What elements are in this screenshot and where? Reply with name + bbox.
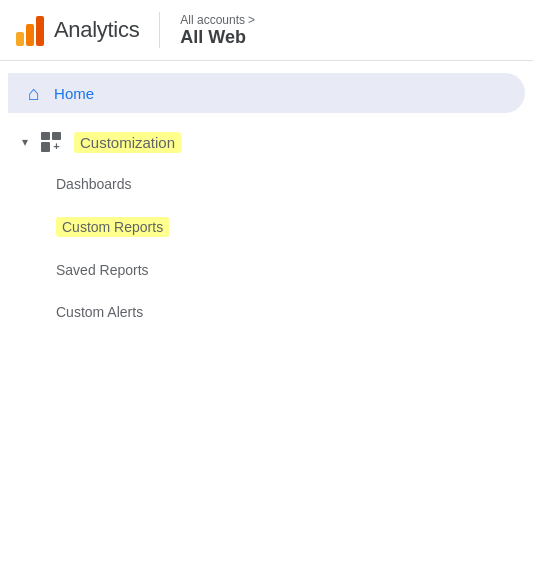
logo-bar-2 <box>26 24 34 46</box>
customization-icon: + <box>40 131 62 153</box>
home-label: Home <box>54 85 94 102</box>
all-accounts[interactable]: All accounts > <box>180 13 255 27</box>
app-title: Analytics <box>54 17 139 43</box>
chevron-icon: > <box>248 13 255 27</box>
grid-cell-2 <box>52 132 61 140</box>
grid-plus-icon: + <box>41 132 61 152</box>
plus-icon: + <box>53 141 59 152</box>
custom-alerts-label: Custom Alerts <box>56 304 143 320</box>
grid-cell-1 <box>41 132 50 140</box>
grid-cell-plus: + <box>52 142 61 152</box>
customization-label: Customization <box>74 132 181 153</box>
all-accounts-label: All accounts <box>180 13 245 27</box>
sidebar-item-saved-reports[interactable]: Saved Reports <box>56 249 533 291</box>
account-info: All accounts > All Web <box>180 13 255 48</box>
ga-logo <box>16 14 44 46</box>
logo-area: Analytics <box>16 14 139 46</box>
sidebar-item-home[interactable]: ⌂ Home <box>8 73 525 113</box>
dashboards-label: Dashboards <box>56 176 132 192</box>
customization-section: ▾ + Customization Dashboards Custom Repo… <box>0 121 533 333</box>
sidebar-item-custom-alerts[interactable]: Custom Alerts <box>56 291 533 333</box>
sidebar-item-dashboards[interactable]: Dashboards <box>56 163 533 205</box>
custom-reports-label: Custom Reports <box>56 217 169 237</box>
sidebar-item-custom-reports[interactable]: Custom Reports <box>56 205 533 249</box>
expand-arrow-icon: ▾ <box>22 135 28 149</box>
account-name: All Web <box>180 27 255 48</box>
logo-bar-3 <box>36 16 44 46</box>
app-header: Analytics All accounts > All Web <box>0 0 533 61</box>
sub-items-list: Dashboards Custom Reports Saved Reports … <box>0 163 533 333</box>
header-divider <box>159 12 160 48</box>
saved-reports-label: Saved Reports <box>56 262 149 278</box>
logo-bar-1 <box>16 32 24 46</box>
sidebar: ⌂ Home ▾ + Customization Dashboards <box>0 61 533 341</box>
grid-cell-3 <box>41 142 50 152</box>
home-icon: ⌂ <box>28 83 40 103</box>
customization-header[interactable]: ▾ + Customization <box>0 121 533 163</box>
